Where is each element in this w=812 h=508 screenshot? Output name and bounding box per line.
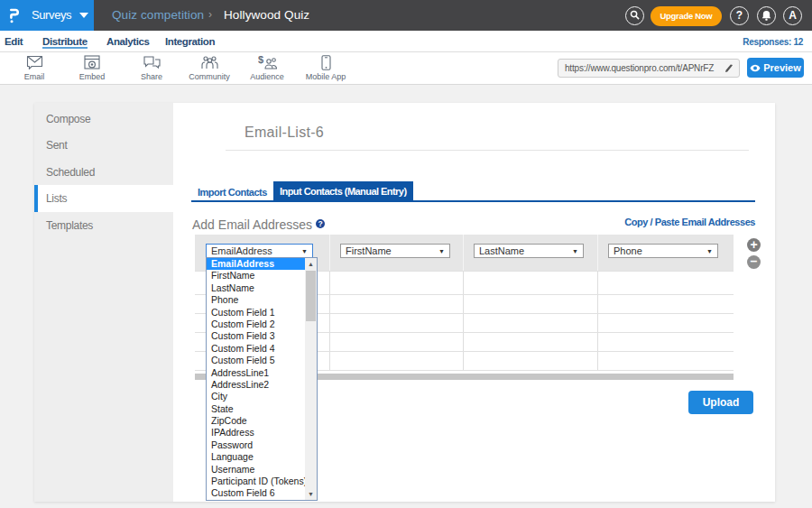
svg-text:$: $	[258, 55, 263, 65]
